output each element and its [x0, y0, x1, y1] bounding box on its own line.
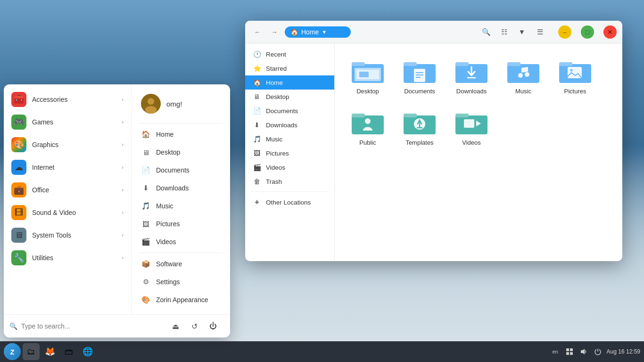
- sidebar-label-starred: Starred: [266, 65, 287, 72]
- internet-icon: ☁: [11, 160, 26, 175]
- bookmark-music[interactable]: 🎵 Music: [132, 197, 230, 215]
- power-tray-icon[interactable]: [593, 346, 603, 357]
- sidebar-item-starred[interactable]: ⭐ Starred: [245, 61, 334, 75]
- folder-downloads[interactable]: Downloads: [448, 53, 495, 99]
- search-button[interactable]: 🔍: [479, 25, 493, 39]
- folder-public[interactable]: Public: [344, 104, 391, 151]
- folder-documents[interactable]: Documents: [396, 53, 443, 99]
- forward-button[interactable]: →: [268, 25, 281, 39]
- datetime-display[interactable]: Aug 16 12:59: [607, 348, 640, 356]
- folder-templates[interactable]: Templates: [396, 104, 443, 151]
- trash-icon: 🗑: [253, 178, 261, 185]
- folder-downloads-label: Downloads: [456, 88, 487, 95]
- logout-button[interactable]: ⏏: [168, 319, 183, 334]
- folder-desktop[interactable]: Desktop: [344, 53, 391, 99]
- bookmark-videos[interactable]: 🎬 Videos: [132, 233, 230, 251]
- folder-pictures[interactable]: Pictures: [552, 53, 599, 99]
- sidebar-item-documents[interactable]: 📄 Documents: [245, 104, 334, 118]
- svg-rect-26: [404, 114, 417, 117]
- sidebar-label-pictures: Pictures: [266, 150, 289, 157]
- folder-music[interactable]: Music: [500, 53, 547, 99]
- sidebar-item-home[interactable]: 🏠 Home: [245, 75, 334, 90]
- bookmark-home[interactable]: 🏠 Home: [132, 125, 230, 143]
- sidebar-item-trash[interactable]: 🗑 Trash: [245, 174, 334, 189]
- sidebar-label-music: Music: [266, 136, 282, 143]
- back-button[interactable]: ←: [251, 25, 264, 39]
- maximize-button[interactable]: □: [581, 25, 594, 39]
- sidebar-label-desktop: Desktop: [266, 93, 289, 100]
- category-accessories[interactable]: 🧰 Accessories ›: [4, 88, 131, 111]
- file-manager-window: ← → 🏠 Home ▼ 🔍 ☷ ▼ ☰ – □ ✕ 🕐 Recent ⭐ St…: [245, 21, 622, 261]
- bookmark-pictures-icon: 🖼: [141, 219, 150, 229]
- bookmark-pictures[interactable]: 🖼 Pictures: [132, 215, 230, 233]
- category-games[interactable]: 🎮 Games ›: [4, 111, 131, 133]
- sidebar-item-recent[interactable]: 🕐 Recent: [245, 47, 334, 61]
- sidebar-item-videos[interactable]: 🎬 Videos: [245, 160, 334, 174]
- folder-templates-label: Templates: [405, 139, 433, 146]
- taskbar: Z 🗂 🦊 🗃 🌐 en: [0, 341, 644, 362]
- power-button[interactable]: ⏻: [206, 319, 221, 334]
- category-utilities-label: Utilities: [32, 254, 116, 262]
- folder-templates-icon: [403, 109, 437, 136]
- svg-rect-6: [404, 62, 417, 66]
- folder-videos[interactable]: Videos: [448, 104, 495, 151]
- search-bar: 🔍: [9, 322, 162, 330]
- close-button[interactable]: ✕: [603, 25, 617, 39]
- category-office[interactable]: 💼 Office ›: [4, 179, 131, 201]
- office-arrow: ›: [122, 187, 124, 193]
- search-icon: 🔍: [9, 322, 17, 330]
- location-bar[interactable]: 🏠 Home ▼: [285, 26, 351, 38]
- taskbar-files-button[interactable]: 🗂: [23, 343, 40, 360]
- sidebar-item-downloads[interactable]: ⬇ Downloads: [245, 118, 334, 132]
- system-software[interactable]: 📦 Software: [132, 255, 230, 273]
- category-office-label: Office: [32, 186, 116, 194]
- folder-public-icon: [351, 109, 385, 136]
- bookmark-home-icon: 🏠: [141, 130, 150, 139]
- bookmark-home-label: Home: [156, 131, 173, 138]
- accessories-icon: 🧰: [11, 92, 26, 107]
- sidebar-item-pictures[interactable]: 🖼 Pictures: [245, 146, 334, 160]
- starred-icon: ⭐: [253, 65, 261, 72]
- app-menu-body: 🧰 Accessories › 🎮 Games › 🎨 Graphics ›: [4, 84, 230, 314]
- zorin-appearance-icon: 🎨: [141, 295, 150, 304]
- svg-rect-40: [570, 352, 573, 355]
- games-icon: 🎮: [11, 115, 26, 130]
- desktop-icon: 🖥: [253, 93, 261, 100]
- sort-button[interactable]: ▼: [515, 25, 529, 39]
- sidebar-item-music[interactable]: 🎵 Music: [245, 132, 334, 146]
- app-menu-right-panel: omg! 🏠 Home 🖥 Desktop 📄 Documents ⬇ Down…: [131, 84, 230, 314]
- category-system-tools[interactable]: 🖥 System Tools ›: [4, 224, 131, 247]
- system-zorin-appearance[interactable]: 🎨 Zorin Appearance: [132, 291, 230, 309]
- volume-icon[interactable]: [578, 346, 589, 357]
- refresh-button[interactable]: ↺: [187, 319, 202, 334]
- zorin-menu-button[interactable]: Z: [4, 343, 21, 360]
- user-avatar: [141, 94, 161, 114]
- folder-desktop-icon: [351, 58, 385, 85]
- system-settings[interactable]: ⚙ Settings: [132, 273, 230, 291]
- category-internet[interactable]: ☁ Internet ›: [4, 156, 131, 179]
- search-input[interactable]: [21, 322, 162, 330]
- minimize-button[interactable]: –: [558, 25, 571, 39]
- category-sound-video[interactable]: 🎞 Sound & Video ›: [4, 201, 131, 224]
- svg-rect-1: [352, 62, 365, 66]
- accessories-arrow: ›: [122, 96, 124, 103]
- profile-divider: [139, 123, 223, 123]
- menu-button[interactable]: ☰: [533, 25, 547, 39]
- sidebar-item-desktop[interactable]: 🖥 Desktop: [245, 90, 334, 104]
- taskbar-filemanager-button[interactable]: 🗃: [60, 343, 77, 360]
- sound-video-arrow: ›: [122, 209, 124, 216]
- bookmark-desktop[interactable]: 🖥 Desktop: [132, 143, 230, 161]
- category-graphics[interactable]: 🎨 Graphics ›: [4, 133, 131, 156]
- taskbar-software-button[interactable]: 🌐: [79, 343, 96, 360]
- language-indicator[interactable]: en: [550, 346, 561, 357]
- taskbar-firefox-button[interactable]: 🦊: [41, 343, 58, 360]
- svg-rect-38: [570, 348, 573, 351]
- utilities-arrow: ›: [122, 255, 124, 261]
- sidebar-item-other-locations[interactable]: + Other Locations: [245, 195, 334, 210]
- bookmark-documents[interactable]: 📄 Documents: [132, 161, 230, 179]
- category-utilities[interactable]: 🔧 Utilities ›: [4, 247, 131, 269]
- view-toggle-button[interactable]: ☷: [497, 25, 511, 39]
- bookmark-downloads[interactable]: ⬇ Downloads: [132, 179, 230, 197]
- category-system-tools-label: System Tools: [32, 231, 116, 239]
- windows-icon[interactable]: [564, 346, 575, 357]
